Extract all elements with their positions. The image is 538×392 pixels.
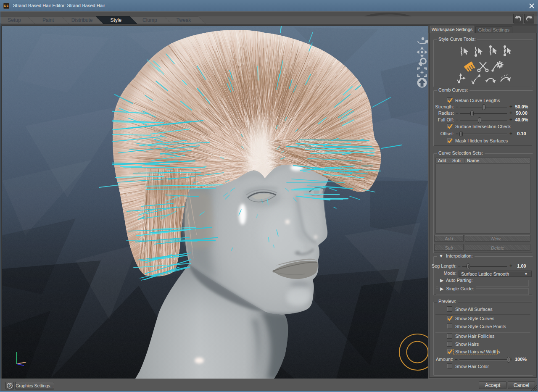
svg-text:Paint: Paint [42,17,54,23]
svg-text:Clump: Clump [142,17,157,23]
svg-text:Setup: Setup [8,17,21,23]
svg-text:Distribute: Distribute [71,17,93,23]
svg-text:Style: Style [110,17,121,23]
svg-text:?: ? [8,384,11,388]
svg-text:Tweak: Tweak [177,17,192,23]
